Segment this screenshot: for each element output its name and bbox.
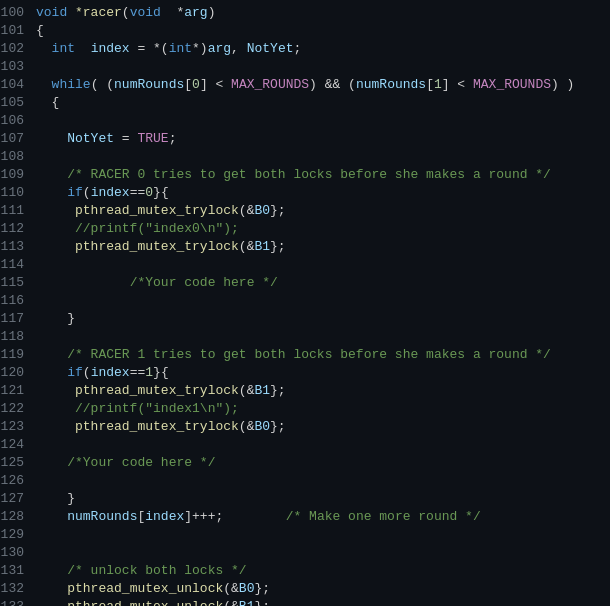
code-line: 127 } — [0, 490, 610, 508]
token-plain: (& — [239, 203, 255, 218]
token-plain: ( — [83, 365, 91, 380]
token-plain: , — [231, 41, 247, 56]
line-content: if(index==1}{ — [36, 364, 602, 382]
token-plain: (& — [239, 383, 255, 398]
line-number: 120 — [0, 364, 36, 382]
code-line: 131 /* unlock both locks */ — [0, 562, 610, 580]
token-plain: ] < — [442, 77, 473, 92]
token-plain: }; — [270, 239, 286, 254]
line-number: 123 — [0, 418, 36, 436]
code-line: 128 numRounds[index]+++; /* Make one mor… — [0, 508, 610, 526]
line-number: 128 — [0, 508, 36, 526]
line-content: /*Your code here */ — [36, 454, 602, 472]
line-content: pthread_mutex_trylock(&B0}; — [36, 202, 602, 220]
token-kw: void — [36, 5, 75, 20]
token-kw: while — [52, 77, 91, 92]
line-number: 133 — [0, 598, 36, 606]
line-content — [36, 436, 602, 454]
line-content: //printf("index0\n"); — [36, 220, 602, 238]
code-line: 118 — [0, 328, 610, 346]
token-plain: (& — [223, 581, 239, 596]
token-plain — [36, 77, 52, 92]
token-plain: ]+++; — [184, 509, 285, 524]
token-plain — [36, 581, 67, 596]
line-number: 132 — [0, 580, 36, 598]
token-var: numRounds — [67, 509, 137, 524]
code-line: 100void *racer(void *arg) — [0, 4, 610, 22]
line-number: 131 — [0, 562, 36, 580]
token-plain — [36, 221, 75, 236]
token-plain: [ — [426, 77, 434, 92]
token-var: B1 — [254, 383, 270, 398]
token-kw: if — [67, 365, 83, 380]
token-plain: ) ) — [551, 77, 574, 92]
line-content — [36, 328, 602, 346]
token-plain: ] < — [200, 77, 231, 92]
token-plain: { — [36, 95, 59, 110]
token-cmt: /* Make one more round */ — [286, 509, 481, 524]
line-number: 118 — [0, 328, 36, 346]
token-plain — [36, 347, 67, 362]
line-number: 108 — [0, 148, 36, 166]
line-content: /*Your code here */ — [36, 274, 602, 292]
token-plain — [36, 185, 67, 200]
code-line: 109 /* RACER 0 tries to get both locks b… — [0, 166, 610, 184]
token-plain: }; — [270, 419, 286, 434]
token-kw: int — [52, 41, 75, 56]
token-fn: pthread_mutex_unlock — [67, 599, 223, 606]
token-kw: if — [67, 185, 83, 200]
token-plain: [ — [184, 77, 192, 92]
token-plain: } — [36, 311, 75, 326]
token-var: B0 — [254, 419, 270, 434]
code-line: 110 if(index==0}{ — [0, 184, 610, 202]
token-plain: (& — [239, 419, 255, 434]
token-def: MAX_ROUNDS — [231, 77, 309, 92]
code-editor: 100void *racer(void *arg)101{102 int ind… — [0, 0, 610, 606]
token-plain: ( — [83, 185, 91, 200]
token-var: numRounds — [356, 77, 426, 92]
code-line: 122 //printf("index1\n"); — [0, 400, 610, 418]
token-cmt: /* RACER 0 tries to get both locks befor… — [67, 167, 551, 182]
token-var: index — [91, 41, 130, 56]
code-line: 114 — [0, 256, 610, 274]
line-content: /* RACER 0 tries to get both locks befor… — [36, 166, 602, 184]
token-fn: pthread_mutex_unlock — [67, 581, 223, 596]
code-line: 102 int index = *(int*)arg, NotYet; — [0, 40, 610, 58]
code-line: 111 pthread_mutex_trylock(&B0}; — [0, 202, 610, 220]
line-content: int index = *(int*)arg, NotYet; — [36, 40, 602, 58]
line-number: 111 — [0, 202, 36, 220]
code-line: 125 /*Your code here */ — [0, 454, 610, 472]
line-content — [36, 292, 602, 310]
code-line: 103 — [0, 58, 610, 76]
line-number: 117 — [0, 310, 36, 328]
token-plain: }; — [270, 203, 286, 218]
token-plain — [36, 401, 75, 416]
token-def: MAX_ROUNDS — [473, 77, 551, 92]
token-plain: * — [169, 5, 185, 20]
token-num: 0 — [192, 77, 200, 92]
token-plain — [36, 239, 75, 254]
code-line: 126 — [0, 472, 610, 490]
token-plain: = *( — [130, 41, 169, 56]
line-content: } — [36, 310, 602, 328]
code-line: 115 /*Your code here */ — [0, 274, 610, 292]
token-num: 0 — [145, 185, 153, 200]
line-content: pthread_mutex_unlock(&B0}; — [36, 580, 602, 598]
line-number: 119 — [0, 346, 36, 364]
line-number: 129 — [0, 526, 36, 544]
code-line: 124 — [0, 436, 610, 454]
token-plain: ) — [208, 5, 216, 20]
token-plain: }{ — [153, 185, 169, 200]
line-content — [36, 58, 602, 76]
code-line: 119 /* RACER 1 tries to get both locks b… — [0, 346, 610, 364]
token-plain — [36, 275, 130, 290]
line-number: 126 — [0, 472, 36, 490]
line-number: 105 — [0, 94, 36, 112]
token-var: NotYet — [67, 131, 114, 146]
line-number: 109 — [0, 166, 36, 184]
line-number: 124 — [0, 436, 36, 454]
token-plain — [36, 131, 67, 146]
line-number: 100 — [0, 4, 36, 22]
line-content — [36, 544, 602, 562]
token-plain — [36, 365, 67, 380]
